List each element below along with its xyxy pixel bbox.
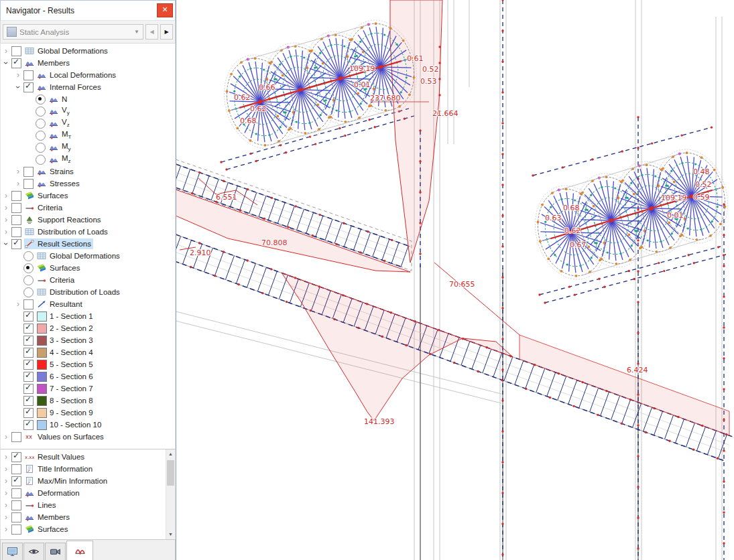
tree-item-body[interactable]: Distribution of Loads: [24, 226, 110, 237]
checkbox[interactable]: [23, 372, 34, 382]
analysis-dropdown[interactable]: Static Analysis ▼: [3, 24, 143, 40]
tree-item-body[interactable]: MT: [48, 130, 73, 141]
tree-item-body[interactable]: 4 - Section 4: [36, 347, 95, 358]
tab-data[interactable]: [2, 543, 23, 560]
tree-item-body[interactable]: Criteria: [24, 202, 64, 213]
expand-chevron-icon[interactable]: ›: [1, 202, 11, 213]
tree-item-body[interactable]: 1 - Section 1: [36, 311, 95, 322]
scrollbar-thumb[interactable]: [167, 460, 174, 486]
tree-item-body[interactable]: Members: [24, 58, 72, 68]
expand-chevron-icon[interactable]: ›: [1, 190, 11, 201]
checkbox[interactable]: [23, 420, 34, 430]
tree-item-result-sections[interactable]: ›Result Sections: [1, 238, 175, 250]
tree-item-body[interactable]: 7 - Section 7: [36, 383, 95, 394]
checkbox[interactable]: [23, 336, 34, 346]
tree-item-deformation[interactable]: ›Deformation: [1, 487, 175, 499]
tree-item-body[interactable]: N: [48, 94, 69, 104]
expand-chevron-icon[interactable]: ›: [1, 58, 11, 68]
tree-item-section-2[interactable]: 2 - Section 2: [1, 322, 175, 334]
checkbox[interactable]: [23, 384, 34, 394]
scrollbar-track[interactable]: [166, 459, 175, 530]
radio-button[interactable]: [36, 107, 46, 117]
expand-chevron-icon[interactable]: ›: [1, 451, 11, 462]
tree-item-body[interactable]: Result Sections: [24, 238, 93, 249]
viewport-canvas[interactable]: 0.610.520.53109.190.010.660.620.620.6823…: [176, 0, 734, 560]
radio-button[interactable]: [23, 287, 34, 297]
tree-item-body[interactable]: Members: [24, 512, 72, 522]
checkbox[interactable]: [23, 167, 34, 177]
tree-item-body[interactable]: 3 - Section 3: [36, 335, 95, 346]
tree-item-body[interactable]: Strains: [36, 166, 76, 177]
checkbox[interactable]: [11, 191, 21, 201]
expand-chevron-icon[interactable]: ›: [13, 166, 23, 177]
tree-item-body[interactable]: 9 - Section 9: [36, 407, 95, 418]
tree-item-rs-criteria[interactable]: Criteria: [1, 274, 175, 286]
checkbox[interactable]: [11, 452, 21, 462]
scroll-up-icon[interactable]: ▲: [166, 449, 175, 459]
tree-item-body[interactable]: Surfaces: [24, 190, 70, 201]
tree-item-section-5[interactable]: 5 - Section 5: [1, 358, 175, 370]
tree-item-body[interactable]: Criteria: [36, 275, 76, 285]
checkbox[interactable]: [23, 324, 34, 334]
tree-item-body[interactable]: Local Deformations: [36, 70, 118, 80]
close-icon[interactable]: ✕: [157, 3, 173, 17]
tree-item-local-deformations[interactable]: ›Local Deformations: [1, 69, 175, 81]
checkbox[interactable]: [23, 408, 34, 418]
expand-chevron-icon[interactable]: ›: [1, 524, 11, 535]
expand-chevron-icon[interactable]: ›: [13, 70, 23, 80]
tree-item-body[interactable]: Distribution of Loads: [36, 287, 122, 297]
scrollbar[interactable]: ▲ ▼: [166, 449, 175, 539]
tree-item-internal-forces[interactable]: ›Internal Forces: [1, 81, 175, 93]
model-viewport[interactable]: 0.610.520.53109.190.010.660.620.620.6823…: [176, 0, 734, 560]
tree-item-force-mz[interactable]: Mz: [1, 153, 175, 165]
tree-item-surfaces-annotations[interactable]: ›Surfaces: [1, 523, 175, 535]
tab-views[interactable]: [45, 543, 66, 560]
tree-item-force-vy[interactable]: Vy: [1, 105, 175, 117]
radio-button[interactable]: [36, 94, 46, 104]
checkbox[interactable]: [11, 203, 21, 213]
expand-chevron-icon[interactable]: ›: [1, 476, 11, 486]
checkbox[interactable]: [23, 179, 34, 189]
tree-item-max-min-information[interactable]: ›Max/Min Information: [1, 475, 175, 487]
checkbox[interactable]: [23, 396, 34, 406]
scroll-down-icon[interactable]: ▼: [166, 530, 175, 539]
tree-item-body[interactable]: Title Information: [24, 464, 95, 474]
checkbox[interactable]: [11, 46, 21, 56]
tree-item-body[interactable]: Max/Min Information: [24, 476, 109, 486]
tree-item-rs-global-deformations[interactable]: Global Deformations: [1, 250, 175, 262]
checkbox[interactable]: [23, 70, 34, 80]
tree-item-body[interactable]: x.xxResult Values: [24, 451, 86, 462]
radio-button[interactable]: [23, 263, 34, 273]
tree-item-force-vz[interactable]: Vz: [1, 117, 175, 129]
expand-chevron-icon[interactable]: ›: [1, 431, 11, 442]
checkbox[interactable]: [23, 348, 34, 358]
tree-item-members-annotations[interactable]: ›Members: [1, 511, 175, 523]
tree-item-body[interactable]: Global Deformations: [36, 251, 122, 261]
tree-item-resultant[interactable]: ›Resultant: [1, 298, 175, 310]
tree-item-body[interactable]: 6 - Section 6: [36, 371, 95, 382]
expand-chevron-icon[interactable]: ›: [1, 238, 11, 249]
tree-item-force-my[interactable]: My: [1, 141, 175, 153]
tree-item-lines[interactable]: ›Lines: [1, 499, 175, 511]
checkbox[interactable]: [11, 227, 21, 237]
nav-previous-button[interactable]: ◀: [145, 24, 158, 40]
radio-button[interactable]: [36, 131, 46, 141]
panel-titlebar[interactable]: Navigator - Results ✕: [0, 0, 176, 21]
tree-item-support-reactions[interactable]: ›Support Reactions: [1, 214, 175, 226]
tree-item-body[interactable]: Stresses: [36, 178, 82, 189]
expand-chevron-icon[interactable]: ›: [1, 500, 11, 510]
tree-item-body[interactable]: Surfaces: [36, 263, 82, 273]
checkbox[interactable]: [11, 464, 21, 474]
checkbox[interactable]: [11, 524, 21, 535]
checkbox[interactable]: [11, 500, 21, 510]
tree-item-values-on-surfaces[interactable]: ›xxValues on Surfaces: [1, 431, 175, 443]
tree-item-body[interactable]: 10 - Section 10: [36, 419, 103, 430]
checkbox[interactable]: [23, 360, 34, 370]
expand-chevron-icon[interactable]: ›: [1, 512, 11, 522]
nav-next-button[interactable]: ▶: [160, 24, 173, 40]
radio-button[interactable]: [36, 143, 46, 153]
tree-item-distribution-of-loads[interactable]: ›Distribution of Loads: [1, 226, 175, 238]
expand-chevron-icon[interactable]: ›: [1, 488, 11, 498]
checkbox[interactable]: [23, 299, 34, 309]
checkbox[interactable]: [11, 432, 21, 442]
